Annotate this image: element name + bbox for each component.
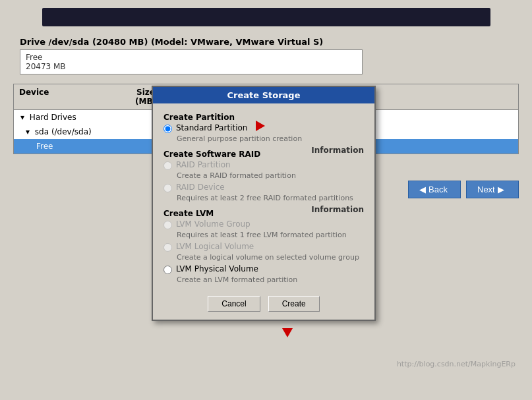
raid-device-label: RAID Device: [176, 183, 225, 192]
modal-cancel-button[interactable]: Cancel: [208, 296, 260, 312]
free-device: Free: [32, 142, 138, 151]
arrow-standard-partition: [256, 121, 265, 133]
modal-title: Create Storage: [153, 87, 374, 103]
modal-create-button[interactable]: Create: [268, 296, 320, 312]
arrow-create-button: [282, 328, 293, 339]
lvm-volume-group-label: LVM Volume Group: [176, 219, 251, 229]
standard-partition-radio[interactable]: [163, 125, 172, 133]
lvm-volume-group-radio[interactable]: [163, 221, 172, 229]
raid-device-radio[interactable]: [163, 184, 172, 192]
raid-partition-radio[interactable]: [163, 161, 172, 170]
free-label: Free: [26, 53, 357, 62]
raid-partition-option[interactable]: RAID Partition: [163, 160, 364, 170]
sda-label: sda (/dev/sda): [35, 127, 92, 136]
raid-section-header: Create Software RAID Information: [163, 146, 364, 160]
lvm-physical-volume-option[interactable]: LVM Physical Volume: [163, 264, 364, 274]
raid-partition-desc: Create a RAID formated partition: [177, 171, 364, 180]
hard-drives-label: Hard Drives: [30, 113, 76, 122]
lvm-logical-volume-desc: Create a logical volume on selected volu…: [177, 253, 364, 262]
lvm-section-header: Create LVM Information: [163, 205, 364, 219]
create-software-raid-label: Create Software RAID: [163, 150, 260, 159]
raid-device-option[interactable]: RAID Device: [163, 183, 364, 192]
arrow-hard-drives: ▾: [20, 113, 24, 122]
modal-buttons: Cancel Create: [163, 291, 364, 312]
back-label: Back: [429, 185, 448, 194]
next-button[interactable]: Next ▶: [466, 181, 519, 198]
next-arrow-icon: ▶: [498, 185, 504, 194]
raid-device-desc: Requires at least 2 free RAID formated p…: [177, 194, 364, 202]
lvm-physical-volume-label: LVM Physical Volume: [176, 264, 258, 273]
watermark: http://blog.csdn.net/MapkingERp: [397, 360, 516, 368]
free-size: 20473 MB: [26, 62, 357, 71]
lvm-volume-group-desc: Requires at least 1 free LVM formated pa…: [177, 231, 364, 239]
lvm-info-label: Information: [311, 205, 364, 214]
back-button[interactable]: ◀ Back: [408, 181, 461, 198]
lvm-logical-volume-radio[interactable]: [163, 243, 172, 252]
raid-partition-label: RAID Partition: [176, 160, 231, 169]
top-bar: [42, 8, 490, 26]
standard-partition-label: Standard Partition: [176, 123, 247, 132]
create-lvm-label: Create LVM: [163, 209, 214, 218]
drive-title: Drive /dev/sda (20480 MB) (Model: VMware…: [20, 37, 512, 47]
lvm-physical-volume-radio[interactable]: [163, 266, 172, 274]
drive-info-section: Drive /dev/sda (20480 MB) (Model: VMware…: [13, 33, 519, 78]
header-device: Device: [14, 86, 119, 107]
lvm-physical-volume-desc: Create an LVM formated partition: [177, 275, 364, 284]
next-label: Next: [477, 185, 495, 194]
standard-partition-desc: General purpose partition creation: [177, 134, 364, 143]
raid-info-label: Information: [311, 146, 364, 155]
lvm-logical-volume-option[interactable]: LVM Logical Volume: [163, 242, 364, 252]
lvm-volume-group-option[interactable]: LVM Volume Group: [163, 219, 364, 229]
drive-free-box: Free 20473 MB: [20, 49, 363, 74]
back-arrow-icon: ◀: [419, 185, 426, 194]
lvm-logical-volume-label: LVM Logical Volume: [176, 242, 254, 251]
arrow-sda: ▾: [26, 127, 30, 136]
modal-body: Create Partition Standard Partition Gene…: [153, 103, 374, 320]
